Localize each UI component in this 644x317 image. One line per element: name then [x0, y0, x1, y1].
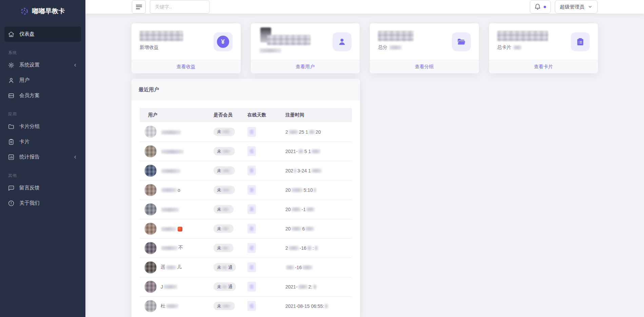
user-name: J [161, 284, 178, 290]
member-status-badge: 未 [214, 128, 235, 136]
table-row: 杜未2021-08-15 06:55: [140, 296, 352, 316]
user-avatar [144, 203, 157, 216]
user-avatar [144, 281, 157, 293]
online-days-badge [247, 301, 256, 311]
stat-card-cards: 总卡片 查看卡片 [489, 23, 598, 73]
sidebar-item-feedback[interactable]: 留言反馈 [4, 180, 81, 195]
redacted-value [140, 31, 183, 41]
chevron-left-icon [73, 63, 78, 68]
online-days-badge [247, 243, 256, 253]
table-row: J未通2021-2: [140, 277, 352, 296]
online-days-badge [247, 262, 256, 272]
app-logo[interactable]: 嘟嘟早教卡 [0, 0, 85, 22]
main-area: 超级管理员 新增收益 ¥ 查看收益 [85, 0, 644, 317]
yen-icon: ¥ [214, 32, 233, 51]
user-name: 遥儿 [161, 264, 182, 270]
chevron-down-icon [588, 4, 592, 9]
sidebar-item-label: 卡片分组 [19, 123, 40, 130]
folder-open-icon [452, 32, 471, 51]
column-header-register-time: 注册时间 [281, 108, 352, 122]
register-date: 20-1 [281, 200, 352, 219]
home-icon [8, 31, 15, 38]
sidebar-section-other: 其他 [0, 171, 85, 180]
panel-title: 最近用户 [132, 79, 360, 100]
user-menu[interactable]: 超级管理员 [555, 0, 598, 14]
sidebar-item-label: 关于我们 [19, 200, 40, 206]
member-status-badge: 未 [214, 244, 234, 252]
table-header-row: 用户 是否会员 在线天数 注册时间 [140, 108, 352, 122]
view-users-link[interactable]: 查看用户 [296, 64, 315, 70]
sidebar-section-apps: 应用 [0, 109, 85, 119]
sidebar-nav: 仪表盘 系统 系统设置 用户 会员方案 应用 卡片分组 卡片 统计报告 [0, 22, 85, 211]
member-status-badge: 未通 [214, 263, 236, 272]
sidebar-item-dashboard[interactable]: 仪表盘 [4, 26, 81, 42]
table-row: 未20-1 [140, 200, 352, 219]
view-revenue-link[interactable]: 查看收益 [177, 64, 196, 70]
sidebar-item-member-plans[interactable]: 会员方案 [4, 88, 81, 103]
clipboard-icon [8, 138, 15, 145]
gear-icon [8, 62, 15, 69]
user-avatar [144, 165, 157, 177]
sidebar-item-about[interactable]: 关于我们 [4, 195, 81, 211]
redacted-value [497, 31, 548, 41]
sidebar-item-card-groups[interactable]: 卡片分组 [4, 119, 81, 134]
sidebar: 嘟嘟早教卡 仪表盘 系统 系统设置 用户 会员方案 应用 卡片分组 卡片 [0, 0, 85, 317]
column-header-online-days: 在线天数 [243, 108, 281, 122]
view-groups-link[interactable]: 查看分组 [415, 64, 434, 70]
sidebar-item-label: 会员方案 [19, 92, 40, 99]
member-status-badge: 未 [214, 224, 234, 233]
user-avatar [144, 126, 157, 138]
notifications-button[interactable] [530, 0, 551, 14]
member-status-badge: 未通 [214, 282, 236, 291]
menu-toggle-button[interactable] [132, 0, 146, 14]
search-input[interactable] [150, 0, 209, 14]
member-status-badge: 未 [214, 302, 235, 310]
user-name [161, 207, 180, 212]
user-name [161, 168, 181, 173]
table-row: 遥儿未通-16 [140, 258, 352, 277]
column-header-user: 用户 [140, 108, 209, 122]
register-date: -16 [281, 258, 352, 277]
clipboard-list-icon [571, 32, 590, 51]
view-cards-link[interactable]: 查看卡片 [534, 64, 553, 70]
online-days-badge [247, 282, 256, 292]
table-row: 未225 120 [140, 122, 352, 142]
user-name: 杜 [161, 303, 179, 309]
user-avatar [144, 184, 157, 196]
user-avatar [144, 300, 157, 312]
register-date: 205:10 [281, 180, 352, 200]
folder-icon [8, 123, 15, 130]
member-status-badge: 未 [214, 147, 235, 155]
sidebar-item-label: 留言反馈 [19, 185, 40, 191]
member-status-badge: 未 [214, 205, 234, 213]
stat-card-revenue: 新增收益 ¥ 查看收益 [132, 23, 241, 73]
online-days-badge [247, 185, 256, 195]
table-row: 不未2-16: [140, 238, 352, 258]
info-circle-icon [8, 200, 15, 207]
sidebar-item-users[interactable]: 用户 [4, 73, 81, 88]
online-days-badge [247, 127, 256, 137]
app-title: 嘟嘟早教卡 [32, 7, 65, 16]
user-name: 不 [161, 245, 183, 251]
redacted-value [378, 31, 414, 41]
bar-chart-icon [8, 154, 15, 161]
sidebar-item-cards[interactable]: 卡片 [4, 134, 81, 149]
table-row: 未206 [140, 219, 352, 238]
user-icon [333, 32, 351, 51]
sidebar-item-label: 用户 [19, 77, 29, 83]
register-date: 2021-5 1 [281, 142, 352, 161]
user-name [161, 149, 184, 154]
sidebar-item-reports[interactable]: 统计报告 [4, 149, 81, 165]
sidebar-item-label: 系统设置 [19, 62, 40, 68]
user-avatar [144, 261, 157, 274]
sidebar-item-system-settings[interactable]: 系统设置 [4, 57, 81, 73]
table-row: 未2023-24 1 [140, 161, 352, 180]
credit-card-icon [8, 92, 15, 99]
chevron-left-icon [73, 155, 78, 160]
online-days-badge [247, 204, 256, 214]
member-status-badge: 未 [214, 186, 235, 194]
redacted-value [267, 35, 310, 45]
sidebar-section-system: 系统 [0, 48, 85, 57]
recent-users-panel: 最近用户 用户 是否会员 在线天数 注册时间 未225 120未2021-5 1… [132, 79, 360, 317]
member-status-badge: 未 [214, 166, 235, 175]
